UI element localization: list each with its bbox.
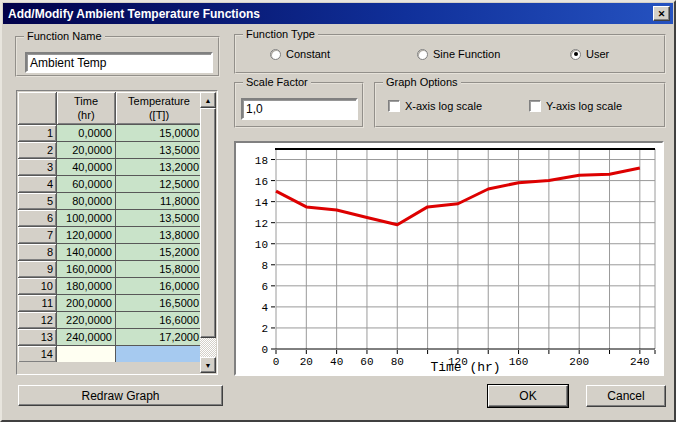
scrollbar-thumb[interactable] — [200, 108, 216, 338]
svg-text:8: 8 — [261, 260, 268, 272]
time-cell[interactable]: 120,0000 — [57, 227, 115, 243]
row-number-cell[interactable]: 8 — [18, 244, 56, 260]
table-grid: Time (hr) Temperature ([T]) 10,000015,00… — [18, 92, 202, 362]
radio-option-constant[interactable]: Constant — [270, 48, 330, 60]
temperature-cell[interactable]: 13,8000 — [116, 227, 202, 243]
time-cell[interactable]: 140,0000 — [57, 244, 115, 260]
column-header-temperature-line1: Temperature — [128, 94, 190, 108]
scrollbar-up-button[interactable]: ▲ — [200, 92, 216, 108]
column-header-time: Time (hr) — [57, 92, 115, 124]
radio-sine-function-icon[interactable] — [417, 49, 428, 60]
function-type-label: Function Type — [243, 28, 318, 40]
svg-text:14: 14 — [255, 197, 269, 209]
radio-sine-function-label: Sine Function — [433, 48, 500, 60]
scroll-down-icon: ▼ — [205, 362, 212, 369]
row-number-cell[interactable]: 7 — [18, 227, 56, 243]
radio-constant-label: Constant — [286, 48, 330, 60]
svg-text:20: 20 — [300, 356, 313, 368]
temperature-cell[interactable]: 13,5000 — [116, 142, 202, 158]
temperature-cell[interactable] — [116, 346, 202, 362]
svg-text:2: 2 — [261, 323, 268, 335]
row-number-cell[interactable]: 11 — [18, 295, 56, 311]
row-number-cell[interactable]: 2 — [18, 142, 56, 158]
close-button[interactable]: ✕ — [653, 6, 670, 21]
time-cell[interactable]: 40,0000 — [57, 159, 115, 175]
checkbox-y-axis-log-label: Y-axis log scale — [546, 100, 622, 112]
temperature-chart: 020406080120160200240024681012141618Time… — [236, 143, 662, 374]
data-table: Time (hr) Temperature ([T]) 10,000015,00… — [16, 90, 218, 375]
function-name-group: Function Name Ambient Temp — [15, 36, 220, 77]
svg-text:80: 80 — [391, 356, 404, 368]
scroll-up-icon: ▲ — [205, 97, 212, 104]
radio-option-sine-function[interactable]: Sine Function — [417, 48, 500, 60]
function-name-label: Function Name — [24, 30, 105, 42]
time-cell[interactable]: 180,0000 — [57, 278, 115, 294]
time-cell[interactable]: 60,0000 — [57, 176, 115, 192]
scrollbar-down-button[interactable]: ▼ — [200, 357, 216, 373]
temperature-cell[interactable]: 15,8000 — [116, 261, 202, 277]
row-number-cell[interactable]: 5 — [18, 193, 56, 209]
row-number-cell[interactable]: 6 — [18, 210, 56, 226]
time-cell[interactable]: 200,0000 — [57, 295, 115, 311]
radio-user-label: User — [586, 48, 609, 60]
temperature-cell[interactable]: 13,2000 — [116, 159, 202, 175]
svg-text:0: 0 — [273, 356, 280, 368]
row-number-cell[interactable]: 4 — [18, 176, 56, 192]
row-number-cell[interactable]: 14 — [18, 346, 56, 362]
graph-panel: 020406080120160200240024681012141618Time… — [234, 141, 664, 376]
row-number-cell[interactable]: 10 — [18, 278, 56, 294]
column-header-temperature: Temperature ([T]) — [116, 92, 202, 124]
row-number-cell[interactable]: 9 — [18, 261, 56, 277]
svg-text:6: 6 — [261, 281, 268, 293]
cancel-button[interactable]: Cancel — [586, 385, 666, 407]
redraw-graph-button[interactable]: Redraw Graph — [18, 385, 223, 406]
scale-factor-label: Scale Factor — [243, 76, 311, 88]
svg-text:40: 40 — [330, 356, 343, 368]
temperature-cell[interactable]: 16,0000 — [116, 278, 202, 294]
svg-text:0: 0 — [261, 344, 268, 356]
row-number-cell[interactable]: 12 — [18, 312, 56, 328]
svg-text:160: 160 — [509, 356, 529, 368]
ok-button[interactable]: OK — [488, 385, 568, 407]
temperature-cell[interactable]: 16,6000 — [116, 312, 202, 328]
checkbox-option-x-axis-log[interactable]: X-axis log scale — [388, 100, 482, 112]
checkbox-option-y-axis-log[interactable]: Y-axis log scale — [529, 100, 622, 112]
temperature-cell[interactable]: 15,0000 — [116, 125, 202, 141]
checkbox-x-axis-log-label: X-axis log scale — [405, 100, 482, 112]
row-number-cell[interactable]: 3 — [18, 159, 56, 175]
function-type-group: Function Type Constant Sine Function Use… — [234, 34, 666, 74]
checkbox-y-axis-log-icon[interactable] — [529, 100, 541, 112]
temperature-cell[interactable]: 11,8000 — [116, 193, 202, 209]
temperature-cell[interactable]: 15,2000 — [116, 244, 202, 260]
svg-text:4: 4 — [261, 302, 268, 314]
column-header-temperature-line2: ([T]) — [149, 108, 169, 122]
row-number-cell[interactable]: 13 — [18, 329, 56, 345]
svg-text:16: 16 — [255, 176, 268, 188]
time-cell[interactable]: 220,0000 — [57, 312, 115, 328]
time-cell[interactable] — [57, 346, 115, 362]
radio-option-user[interactable]: User — [570, 48, 609, 60]
temperature-cell[interactable]: 13,5000 — [116, 210, 202, 226]
graph-options-label: Graph Options — [383, 76, 461, 88]
temperature-cell[interactable]: 16,5000 — [116, 295, 202, 311]
time-cell[interactable]: 240,0000 — [57, 329, 115, 345]
function-name-input[interactable]: Ambient Temp — [25, 52, 213, 73]
table-scrollbar[interactable]: ▲ ▼ — [200, 92, 216, 373]
time-cell[interactable]: 0,0000 — [57, 125, 115, 141]
temperature-cell[interactable]: 17,2000 — [116, 329, 202, 345]
title-bar[interactable]: Add/Modify Ambient Temperature Functions… — [3, 3, 673, 24]
temperature-cell[interactable]: 12,5000 — [116, 176, 202, 192]
radio-constant-icon[interactable] — [270, 49, 281, 60]
window-title: Add/Modify Ambient Temperature Functions — [8, 7, 260, 21]
time-cell[interactable]: 160,0000 — [57, 261, 115, 277]
time-cell[interactable]: 100,0000 — [57, 210, 115, 226]
radio-user-icon[interactable] — [570, 49, 581, 60]
column-header-time-line2: (hr) — [77, 108, 94, 122]
checkbox-x-axis-log-icon[interactable] — [388, 100, 400, 112]
time-cell[interactable]: 20,0000 — [57, 142, 115, 158]
scale-factor-input[interactable]: 1,0 — [241, 98, 358, 120]
time-cell[interactable]: 80,0000 — [57, 193, 115, 209]
scale-factor-group: Scale Factor 1,0 — [234, 82, 364, 128]
row-number-cell[interactable]: 1 — [18, 125, 56, 141]
svg-text:60: 60 — [360, 356, 373, 368]
